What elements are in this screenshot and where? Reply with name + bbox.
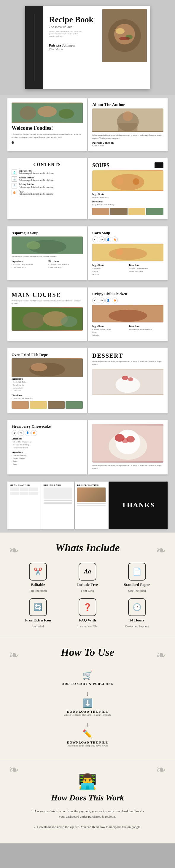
paper-icon: 📄 bbox=[128, 563, 146, 581]
asparagus-directions-col: Directions - Prepare The Asparagus- Heat… bbox=[48, 258, 83, 269]
feature-paper: 📄 Standerd Paper Size Included bbox=[115, 563, 159, 592]
how-step-1: 🛒 ADD TO CART & PURCHASE bbox=[6, 670, 169, 685]
soups-item-2: Easy Tomato Tortilla Soup bbox=[92, 204, 164, 207]
welcome-title: Welcome Foodies! bbox=[11, 125, 83, 131]
about-author-title: About The Author bbox=[92, 102, 164, 107]
corn-soup-icons: ⏱ 🍽 👤 🔥 bbox=[92, 237, 164, 242]
floral-right-icon: ❧ bbox=[156, 544, 166, 557]
svg-point-32 bbox=[31, 363, 47, 371]
strawberry-image-page: Pellentesque habitant morbi tristique se… bbox=[88, 420, 168, 474]
soup-recipes-spread: Asparagus Soup Pellentesque habitant mor… bbox=[0, 223, 175, 284]
contents-desc-1: Pellentesque habitant morbi tristique bbox=[19, 172, 54, 175]
asparagus-page: Asparagus Soup Pellentesque habitant mor… bbox=[7, 226, 87, 280]
mp-cell-2 bbox=[20, 488, 29, 491]
fish-dessert-spread: Oven Fried Fish Repe Ingredients - Fresh… bbox=[0, 345, 175, 416]
how-does-step-2: 2. Download and unzip the zip file. You … bbox=[28, 824, 147, 830]
strawberry-spread: Strawberry Cheesecake ⏱ 🍽 👤 🔥 Directions… bbox=[0, 416, 175, 478]
svg-point-43 bbox=[122, 438, 128, 443]
chicken-directions-col: Directions Pellentesque habitant morbi. bbox=[129, 323, 164, 337]
contents-label-4: Eggs bbox=[19, 190, 54, 193]
step-number-2: 2. bbox=[34, 825, 36, 829]
cover-main: Recipe Book The secret of love Et liber … bbox=[43, 6, 150, 89]
thanks-title: THANKS bbox=[122, 501, 155, 509]
icon-4: 🔥 bbox=[112, 237, 118, 242]
corn-soup-page: Corn Soup ⏱ 🍽 👤 🔥 Ingredients - Potatoes… bbox=[88, 226, 168, 280]
svg-point-29 bbox=[109, 310, 147, 322]
st-icon-3: 👤 bbox=[25, 430, 31, 436]
oven-fish-page: Oven Fried Fish Repe Ingredients - Fresh… bbox=[7, 348, 87, 413]
how-to-steps: 🛒 ADD TO CART & PURCHASE ↓ ⬇️ DOWNLOAD T… bbox=[6, 670, 169, 747]
st-icon-4: 🔥 bbox=[31, 430, 37, 436]
download-icon: ⬇️ bbox=[83, 698, 93, 708]
main-course-title: MAIN COURSE bbox=[11, 291, 83, 299]
floral-header: ❧ Whats Include ❧ bbox=[6, 541, 169, 560]
contents-item-3: 🧂 Baking Powder Pellentesque habitant mo… bbox=[11, 183, 83, 188]
svg-point-8 bbox=[38, 106, 57, 117]
feature-editable: ✂️ Editable File Included bbox=[16, 563, 60, 592]
asparagus-image bbox=[11, 237, 83, 254]
soup-thumb-1 bbox=[92, 208, 110, 215]
corn-ingredients-col: Ingredients - Potatoes- Broth- Cream bbox=[92, 262, 127, 276]
corn-soup-recipe-cols: Ingredients - Potatoes- Broth- Cream Dir… bbox=[92, 262, 164, 276]
how-step-2: ⬇️ DOWNLOAD THE FILE Which Contains The … bbox=[6, 698, 169, 716]
soup-thumb-4 bbox=[146, 208, 164, 215]
how-does-title: How Does This Work bbox=[6, 793, 169, 803]
chicken-icon-3: 👤 bbox=[105, 298, 111, 304]
svg-point-27 bbox=[61, 316, 77, 327]
how-does-step-1: 1. Ass soon as Website confirms the paym… bbox=[28, 808, 147, 819]
soup-thumb-3 bbox=[128, 208, 146, 215]
contents-desc-4: Pellentesque habitant morbi tristique bbox=[19, 193, 54, 195]
fish-thumb-4 bbox=[65, 401, 83, 409]
crispy-chicken-page: Crispy Chili Chicken ⏱ 🍽 👤 🔥 Ingredients… bbox=[88, 287, 168, 341]
soups-ingredients-label: Ingredients bbox=[92, 193, 164, 195]
cover-book: Recipe Book The secret of love Et liber … bbox=[25, 6, 150, 89]
svg-point-12 bbox=[123, 112, 133, 121]
feature-faq-label: FAQ With bbox=[79, 618, 96, 623]
contents-page: CONTENTS 🧴 Vegetable Oil Pellentesque ha… bbox=[7, 158, 87, 220]
main-course-page: MAIN COURSE Pellentesque habitant morbi … bbox=[7, 287, 87, 341]
contents-item-2: 🍶 Vanilla Extract Pellentesque habitant … bbox=[11, 176, 83, 182]
extra-icon: 🔄 bbox=[29, 598, 47, 616]
cover-food-image bbox=[102, 9, 147, 62]
recipe-card-page: RECIPE CARD bbox=[41, 482, 75, 529]
svg-point-37 bbox=[128, 377, 133, 381]
about-author-page: About The Author Pellentesque habitant m… bbox=[88, 98, 168, 151]
chicken-icon-4: 🔥 bbox=[112, 298, 118, 304]
contents-label-3: Baking Powder bbox=[19, 183, 54, 186]
chicken-directions: Pellentesque habitant morbi. bbox=[129, 328, 164, 331]
feature-editable-label: Editable bbox=[31, 582, 45, 587]
fish-image bbox=[11, 358, 83, 376]
laptop-icon: 👨‍💻 bbox=[6, 773, 169, 790]
feature-editable-sublabel: File Included bbox=[29, 589, 47, 592]
mp-cell-4 bbox=[10, 492, 19, 495]
soups-food-image bbox=[92, 170, 164, 191]
chicken-image bbox=[92, 305, 164, 322]
st-directions-label: Directions bbox=[11, 437, 83, 440]
contents-icon-3: 🧂 bbox=[11, 183, 17, 188]
svg-point-2 bbox=[114, 24, 135, 44]
soups-page: SOUPS Ingredients Potato Noodle Soup Dir… bbox=[88, 158, 168, 220]
about-author-image bbox=[92, 108, 164, 132]
recipe-card-lines bbox=[43, 500, 72, 504]
cart-icon: 🛒 bbox=[83, 670, 93, 680]
icon-2: 🍽 bbox=[99, 237, 105, 242]
feature-support: 🕐 24 Hours Customer Support bbox=[115, 598, 159, 628]
welcome-spread: Welcome Foodies! Pellentesque habitant m… bbox=[0, 95, 175, 155]
chicken-ing-3: Sriracha bbox=[92, 334, 127, 337]
contents-label-1: Vegetable Oil bbox=[19, 169, 54, 172]
mp-cell-6 bbox=[29, 492, 38, 495]
svg-point-7 bbox=[20, 106, 36, 120]
contents-icon-1: 🧴 bbox=[11, 169, 17, 175]
soups-title: SOUPS bbox=[92, 162, 110, 168]
recipe-card-title: RECIPE CARD bbox=[43, 484, 72, 486]
contents-title: CONTENTS bbox=[11, 162, 83, 167]
svg-point-9 bbox=[59, 109, 74, 119]
mp-cell-1 bbox=[10, 488, 19, 491]
st-icon-2: 🍽 bbox=[18, 430, 24, 436]
asparagus-title: Asparagus Soup bbox=[11, 230, 83, 235]
fish-small-images bbox=[11, 401, 83, 409]
svg-point-25 bbox=[23, 312, 45, 328]
strawberry-page: Strawberry Cheesecake ⏱ 🍽 👤 🔥 Directions… bbox=[7, 420, 87, 474]
chicken-ingredients-col: Ingredients Chicken Breast Fillets Flour… bbox=[92, 323, 127, 337]
step-number-1: 1. bbox=[31, 809, 33, 813]
